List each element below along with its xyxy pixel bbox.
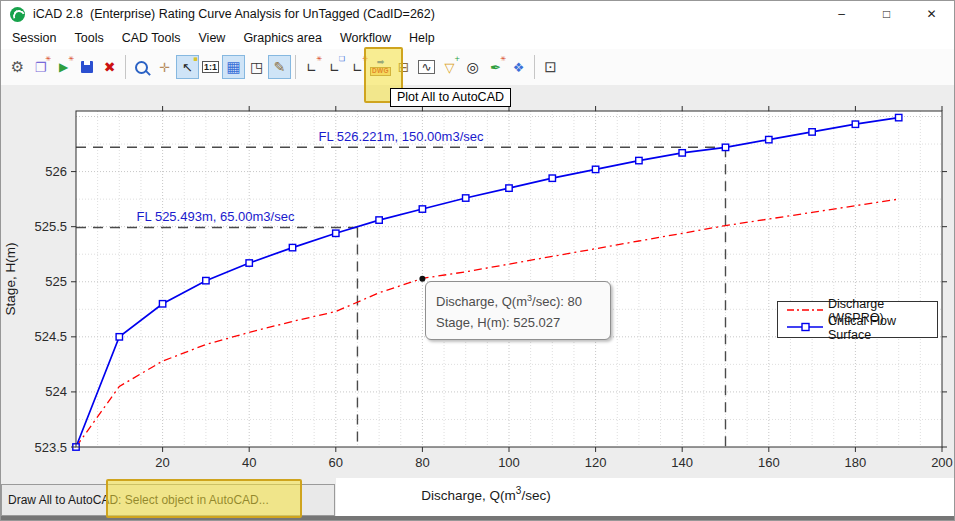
legend-item-critical: Critical Flow Surface	[782, 320, 937, 336]
target-icon: ◎	[466, 60, 478, 74]
toolbar: ⚙❐✳▶✳✖✛↖▪1:1▦◳✎∟✳∟❏∟✳➡DWG⊟∿▽+◎✒✳❖⊡	[1, 49, 954, 85]
title-bar: iCAD 2.8 (Enterprise) Rating Curve Analy…	[1, 1, 954, 27]
plot-to-autocad-button[interactable]: ➡DWG	[369, 55, 392, 79]
copy-badge-icon: ✳	[45, 56, 51, 63]
menu-workflow[interactable]: Workflow	[331, 29, 400, 47]
plot-new-button[interactable]: ∟✳	[300, 55, 323, 79]
table-edit-icon: ✎	[274, 60, 286, 74]
fit-icon: ◳	[250, 60, 263, 74]
adjust-points-button[interactable]: ❖	[507, 55, 530, 79]
edit-table-button[interactable]: ✎	[268, 55, 291, 79]
tooltip-stage-line: Stage, H(m): 525.027	[436, 312, 600, 333]
wand-badge-icon: ✳	[500, 56, 506, 63]
toolbar-separator	[534, 55, 535, 79]
import-badge-icon: ✳	[68, 56, 74, 63]
measure-button[interactable]: ⊟	[392, 55, 415, 79]
grid-button[interactable]: ▦	[222, 55, 245, 79]
dwg-icon: ➡DWG	[370, 58, 391, 76]
show-panel-button[interactable]: ⊡	[539, 55, 562, 79]
import-icon: ▶	[59, 61, 68, 73]
add-section-button[interactable]: ▽+	[438, 55, 461, 79]
tooltip-discharge-line: Discharge, Q(m3/sec): 80	[436, 288, 600, 312]
auto-route-button[interactable]: ✒✳	[484, 55, 507, 79]
plot-window-button[interactable]: ∟❏	[323, 55, 346, 79]
app-window: iCAD 2.8 (Enterprise) Rating Curve Analy…	[0, 0, 955, 521]
toolbar-tooltip: Plot All to AutoCAD	[390, 88, 511, 107]
menu-graphics-area[interactable]: Graphics area	[234, 29, 331, 47]
chart-points-badge-icon: ✳	[362, 56, 368, 63]
nodes-icon: ❖	[513, 61, 525, 74]
legend-sample-discharge-wspro	[786, 304, 824, 319]
window-controls: – □ ✕	[819, 1, 954, 27]
chart-label-strip	[336, 478, 955, 516]
curve-box-icon: ∿	[418, 60, 434, 74]
pan-button[interactable]: ✛	[153, 55, 176, 79]
plot-points-button[interactable]: ∟✳	[346, 55, 369, 79]
monitor-icon: ⊡	[544, 60, 557, 75]
menu-tools[interactable]: Tools	[65, 29, 112, 47]
window-bottom-edge	[1, 516, 954, 521]
pointer-note-badge-icon: ▪	[193, 56, 198, 63]
status-bar: Draw All to AutoCAD: Select object in Au…	[1, 484, 335, 516]
close-button[interactable]: ✕	[909, 1, 954, 27]
grid-icon: ▦	[226, 60, 240, 75]
select-info-button[interactable]: ↖▪	[176, 55, 199, 79]
data-point-tooltip: Discharge, Q(m3/sec): 80 Stage, H(m): 52…	[425, 281, 611, 340]
funnel-add-icon: ▽	[445, 61, 455, 74]
delete-icon: ✖	[104, 60, 116, 74]
toolbar-separator	[125, 55, 126, 79]
one-to-one-icon: 1:1	[202, 61, 219, 73]
delete-button[interactable]: ✖	[98, 55, 121, 79]
pointer-note-icon: ↖	[182, 61, 193, 74]
copy-object-button[interactable]: ❐✳	[29, 55, 52, 79]
import-object-button[interactable]: ▶✳	[52, 55, 75, 79]
menu-cad-tools[interactable]: CAD Tools	[113, 29, 190, 47]
window-title: iCAD 2.8 (Enterprise) Rating Curve Analy…	[33, 7, 435, 21]
minimize-button[interactable]: –	[819, 1, 864, 27]
legend-sample-critical-flow	[786, 321, 824, 336]
gear-icon: ⚙	[11, 60, 24, 75]
maximize-button[interactable]: □	[864, 1, 909, 27]
menu-view[interactable]: View	[190, 29, 235, 47]
menu-help[interactable]: Help	[400, 29, 444, 47]
target-settings-button[interactable]: ◎	[461, 55, 484, 79]
funnel-add-badge-icon: +	[454, 56, 460, 63]
settings-button[interactable]: ⚙	[6, 55, 29, 79]
menu-bar: Session Tools CAD Tools View Graphics ar…	[1, 27, 955, 49]
fit-view-button[interactable]: ◳	[245, 55, 268, 79]
app-icon	[10, 7, 25, 22]
actual-size-button[interactable]: 1:1	[199, 55, 222, 79]
status-text: Draw All to AutoCAD: Select object in Au…	[8, 493, 269, 507]
toolbar-separator	[295, 55, 296, 79]
chart-window-badge-icon: ❏	[339, 56, 345, 63]
menu-session[interactable]: Session	[3, 29, 65, 47]
magnifier-icon	[135, 61, 148, 74]
save-button[interactable]	[75, 55, 98, 79]
chart-new-badge-icon: ✳	[316, 56, 322, 63]
zoom-button[interactable]	[130, 55, 153, 79]
ruler-icon: ⊟	[398, 60, 410, 74]
legend-label-critical-flow: Critical Flow Surface	[828, 314, 937, 342]
hand-icon: ✛	[159, 61, 170, 74]
profile-window-button[interactable]: ∿	[415, 55, 438, 79]
chart-legend[interactable]: Discharge (WSPRO) Critical Flow Surface	[777, 301, 938, 338]
floppy-icon	[81, 61, 93, 73]
